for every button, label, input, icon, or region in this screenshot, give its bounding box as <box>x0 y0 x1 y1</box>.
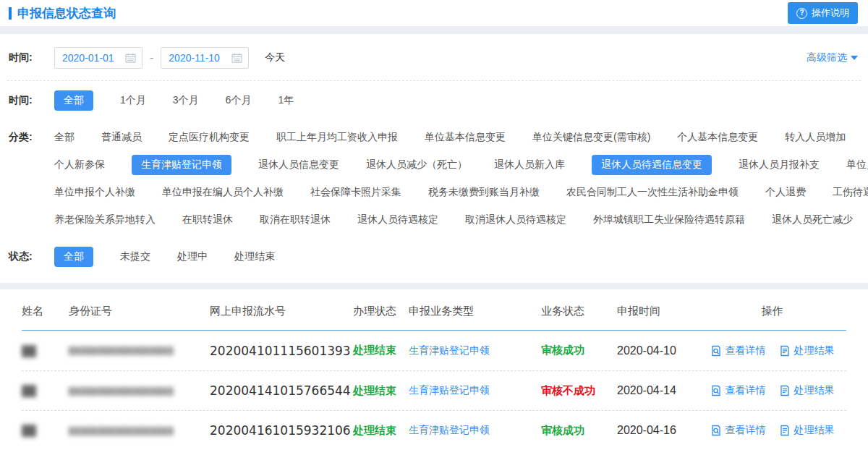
category-filter-chip[interactable]: 转入人员增加 <box>785 127 846 148</box>
cell-process-status: 处理结束 <box>340 344 409 357</box>
time-filter-chip[interactable]: 全部 <box>54 90 93 111</box>
category-filter-line: 个人新参保生育津贴登记申领退休人员信息变更退休人员减少（死亡）退休人员新入库退休… <box>54 155 868 175</box>
calendar-icon <box>125 53 136 63</box>
status-filter-chip[interactable]: 未提交 <box>120 247 150 267</box>
cell-id-masked: ██████████████████ <box>69 427 210 435</box>
category-filter-chip[interactable]: 个人退费 <box>765 182 806 203</box>
process-result-icon <box>779 385 791 396</box>
category-filter-chip[interactable]: 农民合同制工人一次性生活补助金申领 <box>566 182 739 203</box>
cell-name-masked: ██ <box>22 385 69 396</box>
time-filter-chip[interactable]: 6个月 <box>226 90 252 111</box>
time-filter-label: 时间: <box>9 90 54 107</box>
today-link[interactable]: 今天 <box>265 51 285 64</box>
category-filter-chip[interactable]: 退休人员信息变更 <box>258 155 339 175</box>
status-filter-section: 状态: 全部未提交处理中处理结束 <box>0 237 868 274</box>
view-detail-label: 查看详情 <box>726 424 766 437</box>
process-result-label: 处理结果 <box>794 424 835 437</box>
results-table-panel: 姓名身份证号网上申报流水号办理状态申报业务类型业务状态申报时间操作 ██████… <box>0 289 868 463</box>
title-accent-bar <box>9 7 12 20</box>
category-filter-chip[interactable]: 单位基本信息变更 <box>425 127 506 148</box>
view-detail-link[interactable]: 查看详情 <box>710 344 766 357</box>
status-filter-chip[interactable]: 处理结束 <box>234 247 275 267</box>
category-filter-chip[interactable]: 单位关键信息变更(需审核) <box>532 127 650 148</box>
category-filter-line: 单位申报个人补缴单位申报在编人员个人补缴社会保障卡照片采集税务未缴费到账当月补缴… <box>54 182 868 203</box>
date-filter-row: 时间: 2020-01-01 - 2020-11-10 <box>0 44 868 80</box>
time-filter-chip[interactable]: 3个月 <box>173 90 199 111</box>
cell-name-masked: ██ <box>22 425 69 436</box>
column-header: 姓名 <box>22 305 69 318</box>
view-detail-link[interactable]: 查看详情 <box>710 424 766 437</box>
cell-serial-number: 202004101115601393 <box>210 344 340 358</box>
date-range-dash: - <box>150 51 153 64</box>
category-filter-chip[interactable]: 退休人员待遇信息变更 <box>592 155 712 175</box>
category-filter-chip[interactable]: 生育津贴登记申领 <box>132 155 231 175</box>
column-header: 申报业务类型 <box>409 305 528 318</box>
category-filter-chip[interactable]: 外埠城镇职工失业保险待遇转原籍 <box>593 210 745 230</box>
cell-serial-number: 202004161015932106 <box>210 423 340 438</box>
view-detail-icon <box>710 345 722 357</box>
cell-business-type-link[interactable]: 生育津贴登记申领 <box>409 384 528 397</box>
category-filter-chip[interactable]: 退休人员死亡减少 <box>772 210 853 230</box>
cell-business-type-link[interactable]: 生育津贴登记申领 <box>409 424 528 437</box>
calendar-icon <box>231 53 242 63</box>
time-filter-chips: 全部1个月3个月6个月1年 <box>54 90 320 111</box>
filter-panel: 时间: 2020-01-01 - 2020-11-10 <box>0 34 868 283</box>
category-filter-chip[interactable]: 在职转退休 <box>182 210 233 230</box>
cell-process-status: 处理结束 <box>340 424 409 438</box>
status-filter-chip[interactable]: 全部 <box>54 247 93 267</box>
row-actions: 查看详情处理结果 <box>698 384 846 397</box>
table-body: ████████████████████202004101115601393处理… <box>0 331 868 450</box>
process-result-link[interactable]: 处理结果 <box>779 424 835 437</box>
category-filter-chip[interactable]: 单位申报在编人员个人补缴 <box>162 182 284 203</box>
process-result-link[interactable]: 处理结果 <box>779 344 835 357</box>
row-actions: 查看详情处理结果 <box>698 344 846 357</box>
category-filter-chip[interactable]: 定点医疗机构变更 <box>169 127 250 148</box>
category-filter-line: 养老保险关系异地转入在职转退休取消在职转退休退休人员待遇核定取消退休人员待遇核定… <box>54 210 868 230</box>
category-filter-chip[interactable]: 普通减员 <box>101 127 142 148</box>
category-filter-chip[interactable]: 单位月报补缴 <box>846 155 868 175</box>
process-result-icon <box>779 345 791 357</box>
category-filter-chip[interactable]: 退休人员减少（死亡） <box>366 155 467 175</box>
category-filter-chip[interactable]: 工伤待遇申领 <box>833 182 868 203</box>
column-header: 业务状态 <box>528 305 604 318</box>
view-detail-link[interactable]: 查看详情 <box>710 384 766 397</box>
time-filter-chip[interactable]: 1年 <box>278 90 294 111</box>
category-filter-chip[interactable]: 取消在职转退休 <box>260 210 331 230</box>
help-button-label: 操作说明 <box>812 7 849 20</box>
category-filter-label: 分类: <box>9 127 54 144</box>
cell-process-status: 处理结束 <box>340 384 409 398</box>
question-circle-icon: ? <box>796 8 807 19</box>
date-from-input[interactable]: 2020-01-01 <box>54 47 142 69</box>
category-filter-line: 全部普通减员定点医疗机构变更职工上年月均工资收入申报单位基本信息变更单位关键信息… <box>54 127 868 148</box>
time-filter-section: 时间: 全部1个月3个月6个月1年 <box>0 81 868 118</box>
category-filter-chip[interactable]: 退休人员待遇核定 <box>357 210 438 230</box>
category-filter-chip[interactable]: 养老保险关系异地转入 <box>54 210 156 230</box>
cell-declare-date: 2020-04-14 <box>604 384 698 397</box>
category-filter-chip[interactable]: 全部 <box>54 127 75 148</box>
status-filter-label: 状态: <box>9 247 54 263</box>
process-result-link[interactable]: 处理结果 <box>779 384 835 397</box>
category-filter-chip[interactable]: 社会保障卡照片采集 <box>310 182 401 203</box>
category-filter-section: 分类: 全部普通减员定点医疗机构变更职工上年月均工资收入申报单位基本信息变更单位… <box>0 118 868 237</box>
view-detail-label: 查看详情 <box>726 384 766 397</box>
date-to-value: 2020-11-10 <box>169 52 220 64</box>
advanced-filter-toggle[interactable]: 高级筛选 <box>807 51 858 64</box>
cell-business-status: 审核成功 <box>528 424 604 438</box>
table-header-row: 姓名身份证号网上申报流水号办理状态申报业务类型业务状态申报时间操作 <box>22 292 846 330</box>
category-filter-chip[interactable]: 单位申报个人补缴 <box>54 182 135 203</box>
category-filter-chip[interactable]: 个人基本信息变更 <box>677 127 758 148</box>
category-filter-chip[interactable]: 税务未缴费到账当月补缴 <box>428 182 540 203</box>
cell-id-masked: ██████████████████ <box>69 347 210 354</box>
category-filter-chip[interactable]: 退休人员月报补支 <box>739 155 820 175</box>
status-filter-chip[interactable]: 处理中 <box>177 247 208 267</box>
cell-business-type-link[interactable]: 生育津贴登记申领 <box>409 344 528 357</box>
date-to-input[interactable]: 2020-11-10 <box>161 47 249 69</box>
category-filter-chip[interactable]: 取消退休人员待遇核定 <box>465 210 566 230</box>
process-result-label: 处理结果 <box>794 344 835 357</box>
help-button[interactable]: ? 操作说明 <box>788 2 858 24</box>
time-filter-chip[interactable]: 1个月 <box>120 90 146 111</box>
category-filter-chip[interactable]: 退休人员新入库 <box>494 155 565 175</box>
column-header: 操作 <box>698 305 846 318</box>
category-filter-chip[interactable]: 个人新参保 <box>54 155 105 175</box>
category-filter-chip[interactable]: 职工上年月均工资收入申报 <box>276 127 398 148</box>
